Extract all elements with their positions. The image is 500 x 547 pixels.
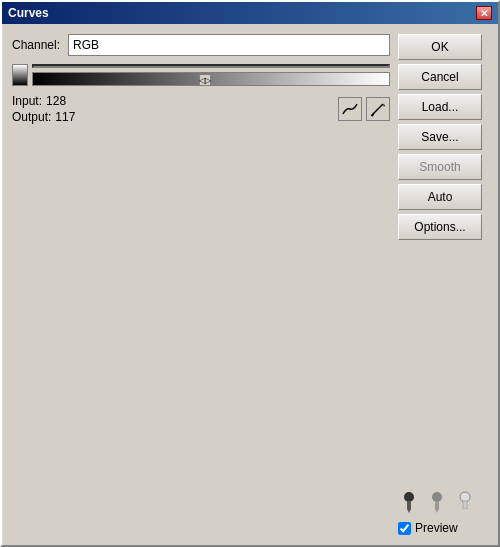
svg-marker-16 — [407, 509, 411, 513]
right-panel: OK Cancel Load... Save... Smooth Auto Op… — [398, 34, 488, 535]
input-label: Input: — [12, 94, 42, 108]
black-eyedropper-button[interactable] — [398, 491, 420, 513]
gray-eyedropper-icon — [428, 491, 446, 513]
preview-row: Preview — [398, 521, 488, 535]
svg-rect-21 — [463, 501, 467, 509]
left-panel: Channel: RGB Red Green Blue — [12, 34, 390, 535]
gray-eyedropper-button[interactable] — [426, 491, 448, 513]
channel-label: Channel: — [12, 38, 60, 52]
options-button[interactable]: Options... — [398, 214, 482, 240]
curve-tool-icon — [341, 100, 359, 118]
curve-canvas[interactable] — [32, 64, 390, 68]
svg-marker-12 — [383, 104, 385, 107]
eyedropper-row — [398, 491, 488, 513]
svg-line-11 — [372, 104, 383, 115]
pencil-tool-button[interactable] — [366, 97, 390, 121]
svg-marker-22 — [463, 509, 467, 513]
auto-button[interactable]: Auto — [398, 184, 482, 210]
canvas-wrapper: ◁▷ — [32, 64, 390, 86]
channel-row: Channel: RGB Red Green Blue — [12, 34, 390, 56]
ok-button[interactable]: OK — [398, 34, 482, 60]
save-button[interactable]: Save... — [398, 124, 482, 150]
close-button[interactable]: ✕ — [476, 6, 492, 20]
output-label: Output: — [12, 110, 51, 124]
svg-rect-18 — [435, 501, 439, 509]
output-value: 117 — [55, 110, 75, 124]
cancel-button[interactable]: Cancel — [398, 64, 482, 90]
svg-rect-15 — [407, 501, 411, 509]
output-row: Output: 117 — [12, 110, 75, 124]
smooth-button[interactable]: Smooth — [398, 154, 482, 180]
vertical-gradient — [12, 64, 28, 86]
main-content: Channel: RGB Red Green Blue — [2, 24, 498, 545]
channel-select[interactable]: RGB Red Green Blue — [68, 34, 390, 56]
svg-point-14 — [404, 492, 414, 502]
horizontal-gradient: ◁▷ — [32, 72, 390, 86]
load-button[interactable]: Load... — [398, 94, 482, 120]
svg-point-17 — [432, 492, 442, 502]
title-bar: Curves ✕ — [2, 2, 498, 24]
curve-area: ◁▷ — [12, 64, 390, 86]
tool-icons — [338, 97, 390, 121]
pencil-tool-icon — [369, 100, 387, 118]
svg-point-20 — [460, 492, 470, 502]
white-eyedropper-icon — [456, 491, 474, 513]
preview-checkbox[interactable] — [398, 522, 411, 535]
channel-select-wrapper[interactable]: RGB Red Green Blue — [68, 34, 390, 56]
black-eyedropper-icon — [400, 491, 418, 513]
dialog-title: Curves — [8, 6, 49, 20]
input-value: 128 — [46, 94, 66, 108]
io-section: Input: 128 Output: 117 — [12, 94, 75, 124]
svg-marker-19 — [435, 509, 439, 513]
white-eyedropper-button[interactable] — [454, 491, 476, 513]
input-row: Input: 128 — [12, 94, 75, 108]
curves-dialog: Curves ✕ Channel: RGB Red Green Blue — [0, 0, 500, 547]
gradient-scroll-indicator[interactable]: ◁▷ — [199, 74, 211, 86]
preview-label: Preview — [415, 521, 458, 535]
curve-tool-button[interactable] — [338, 97, 362, 121]
